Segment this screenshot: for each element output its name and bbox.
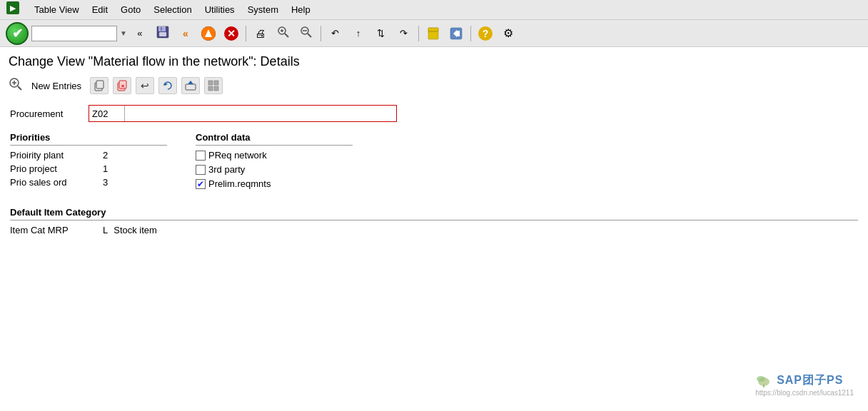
print-button[interactable]: 🖨 — [251, 24, 271, 44]
procurement-row: Procurement — [10, 105, 858, 122]
page-title: Change View "Material flow in the networ… — [0, 47, 868, 73]
find-icon — [277, 26, 290, 41]
new-entries-button[interactable]: New Entries — [27, 79, 86, 93]
sap-logo-icon: ▶ — [6, 1, 20, 19]
menu-system[interactable]: System — [248, 4, 278, 15]
priority-label-0: Prioirity plant — [10, 150, 103, 161]
svg-rect-19 — [428, 28, 438, 31]
back-button[interactable] — [446, 24, 466, 44]
gear-icon: ⚙ — [503, 26, 513, 40]
check-button[interactable]: ✔ — [6, 22, 29, 45]
refresh-button[interactable] — [158, 77, 177, 94]
undo-button[interactable]: ↩ — [136, 77, 154, 94]
procurement-value-input[interactable] — [89, 106, 125, 121]
procurement-input-group — [89, 105, 397, 122]
priority-value-1: 1 — [103, 163, 108, 174]
svg-point-43 — [757, 376, 765, 382]
svg-rect-23 — [457, 31, 460, 36]
menu-edit[interactable]: Edit — [92, 4, 108, 15]
svg-rect-41 — [214, 86, 218, 91]
control-data-section: Control data PReq network 3rd party ✔ Pr… — [196, 132, 353, 193]
sap-leaf-icon — [755, 372, 772, 389]
dropdown-arrow-icon[interactable]: ▼ — [120, 29, 127, 37]
nav-prev-button[interactable]: « — [176, 24, 196, 44]
nav-up-button[interactable] — [198, 24, 218, 44]
priority-label-1: Prio project — [10, 163, 103, 174]
arrow-page-button[interactable]: ⇅ — [371, 24, 391, 44]
priority-row-0: Prioirity plant 2 — [10, 150, 167, 161]
checkbox-prelim-reqmnts[interactable]: ✔ — [196, 179, 206, 189]
stop-button[interactable]: ✕ — [221, 24, 241, 44]
export-button[interactable] — [181, 77, 200, 94]
svg-rect-38 — [208, 81, 213, 85]
item-cat-title: Default Item Category — [10, 207, 858, 220]
item-cat-mrp-desc: Stock item — [113, 225, 157, 235]
procurement-text-input[interactable] — [125, 106, 396, 121]
priority-label-2: Prio sales ord — [10, 177, 103, 188]
menu-bar: ▶ Table View Edit Goto Selection Utiliti… — [0, 0, 868, 20]
arrow-right-button[interactable]: ↷ — [394, 24, 414, 44]
svg-rect-39 — [214, 81, 218, 85]
sec-toolbar: New Entries × ↩ — [0, 73, 868, 98]
sep4 — [470, 26, 471, 41]
checkbox-label-0: PReq network — [208, 150, 267, 161]
sep2 — [321, 26, 321, 41]
floppy-icon — [156, 26, 169, 41]
priority-value-2: 3 — [103, 177, 108, 188]
settings-button[interactable]: ⚙ — [498, 24, 518, 44]
nav-prev-icon: « — [183, 28, 188, 39]
delete-button[interactable]: × — [113, 77, 131, 94]
svg-rect-40 — [208, 86, 213, 91]
menu-goto[interactable]: Goto — [121, 4, 141, 15]
sep3 — [418, 26, 419, 41]
arrow-left-button[interactable]: ↶ — [326, 24, 345, 44]
arrow-up-icon: ↑ — [356, 28, 361, 39]
svg-marker-37 — [188, 81, 193, 84]
arrow-left-icon: ↶ — [331, 28, 339, 39]
checkbox-row-0: PReq network — [196, 150, 353, 161]
priority-row-2: Prio sales ord 3 — [10, 177, 167, 188]
priority-value-0: 2 — [103, 150, 108, 161]
item-cat-mrp-value: L — [103, 225, 108, 235]
menu-selection[interactable]: Selection — [153, 4, 191, 15]
svg-text:?: ? — [483, 28, 489, 39]
svg-rect-5 — [161, 27, 162, 31]
checkbox-label-1: 3rd party — [208, 164, 245, 175]
find-button[interactable] — [273, 24, 293, 44]
arrow-up-button[interactable]: ↑ — [348, 24, 368, 44]
sap-watermark: SAP团子PS https://blog.csdn.net/lucas1211 — [755, 372, 854, 397]
checkbox-prereq-network[interactable] — [196, 151, 206, 161]
svg-line-27 — [18, 86, 21, 90]
double-left-icon: « — [137, 28, 142, 39]
arrow-right-icon: ↷ — [400, 28, 408, 39]
sep1 — [246, 26, 246, 41]
svg-line-16 — [308, 34, 311, 37]
svg-rect-4 — [159, 32, 166, 36]
svg-rect-36 — [186, 84, 196, 90]
menu-utilities[interactable]: Utilities — [205, 4, 235, 15]
menu-help[interactable]: Help — [291, 4, 311, 15]
double-left-button[interactable]: « — [130, 24, 150, 44]
svg-line-12 — [285, 34, 288, 37]
default-item-category-section: Default Item Category Item Cat MRP L Sto… — [10, 207, 858, 235]
command-input[interactable] — [31, 26, 117, 41]
priority-row-1: Prio project 1 — [10, 163, 167, 174]
save-button[interactable] — [153, 24, 173, 44]
find-next-icon — [300, 26, 313, 41]
svg-text:×: × — [121, 83, 125, 89]
menu-table-view[interactable]: Table View — [34, 4, 79, 15]
checkbox-3rd-party[interactable] — [196, 165, 206, 175]
sap-title: SAP团子PS — [777, 373, 843, 388]
priorities-title: Priorities — [10, 132, 167, 146]
content-area: Procurement Priorities Prioirity plant 2… — [0, 98, 868, 245]
copy-button[interactable] — [90, 77, 108, 94]
help-button[interactable]: ? — [475, 24, 495, 44]
bookmark-button[interactable] — [423, 24, 443, 44]
control-data-title: Control data — [196, 132, 353, 146]
search-icon-sec — [9, 77, 23, 94]
item-cat-mrp-label: Item Cat MRP — [10, 225, 103, 235]
find-next-button[interactable] — [296, 24, 316, 44]
checkbox-label-2: Prelim.reqmnts — [208, 178, 271, 189]
sap-subtitle: https://blog.csdn.net/lucas1211 — [755, 389, 854, 397]
grid-button[interactable] — [204, 77, 223, 94]
